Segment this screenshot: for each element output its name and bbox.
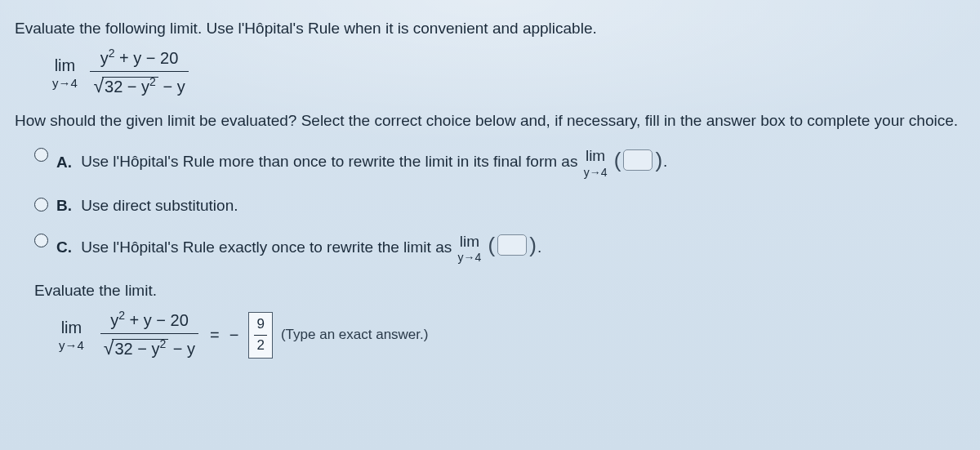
choice-b: B. Use direct substitution. — [34, 195, 965, 216]
answer-hint: (Type an exact answer.) — [281, 326, 428, 345]
question-page: Evaluate the following limit. Use l'Hôpi… — [0, 0, 980, 450]
radio-c[interactable] — [34, 234, 48, 247]
choice-b-label: B. — [56, 197, 72, 214]
radio-a[interactable] — [34, 148, 48, 162]
subquestion-text: How should the given limit be evaluated?… — [15, 110, 965, 131]
evaluate-row: lim y→4 y2 + y − 20 √32 − y2 − y = − 9 2… — [59, 310, 965, 361]
choice-c-answer-box[interactable] — [497, 234, 527, 256]
negative-sign: − — [229, 324, 239, 346]
result-lim: lim y→4 — [59, 317, 84, 354]
choice-b-text: Use direct substitution. — [81, 197, 238, 214]
result-answer-box[interactable]: 9 2 — [248, 312, 272, 359]
choice-c-label: C. — [56, 238, 72, 256]
result-fraction: y2 + y − 20 √32 − y2 − y — [100, 310, 198, 361]
prompt-text: Evaluate the following limit. Use l'Hôpi… — [15, 18, 965, 39]
choice-a-answer-wrap: ( ) — [613, 146, 663, 175]
evaluate-title: Evaluate the limit. — [34, 280, 965, 301]
choice-a-text: Use l'Hôpital's Rule more than once to r… — [81, 154, 581, 171]
choice-c-text: Use l'Hôpital's Rule exactly once to rew… — [81, 238, 456, 256]
limit-operator: lim y→4 — [52, 55, 78, 91]
radio-b[interactable] — [34, 198, 48, 212]
choice-c: C. Use l'Hôpital's Rule exactly once to … — [34, 231, 965, 266]
choice-a: A. Use l'Hôpital's Rule more than once t… — [34, 145, 965, 180]
choice-c-answer-wrap: ( ) — [488, 231, 537, 260]
choice-list: A. Use l'Hôpital's Rule more than once t… — [34, 145, 965, 265]
numerator: y2 + y − 20 — [90, 47, 188, 72]
choice-a-label: A. — [56, 154, 72, 171]
limit-expression: lim y→4 y2 + y − 20 √32 − y2 − y — [52, 47, 965, 99]
sqrt: √32 − y2 — [93, 74, 158, 99]
limit-fraction: y2 + y − 20 √32 − y2 − y — [90, 47, 188, 99]
equals-sign: = — [210, 324, 220, 346]
choice-c-lim: lim y→4 — [458, 231, 482, 266]
denominator: √32 − y2 − y — [90, 72, 188, 99]
choice-a-answer-box[interactable] — [623, 149, 653, 171]
choice-a-lim: lim y→4 — [584, 145, 608, 180]
